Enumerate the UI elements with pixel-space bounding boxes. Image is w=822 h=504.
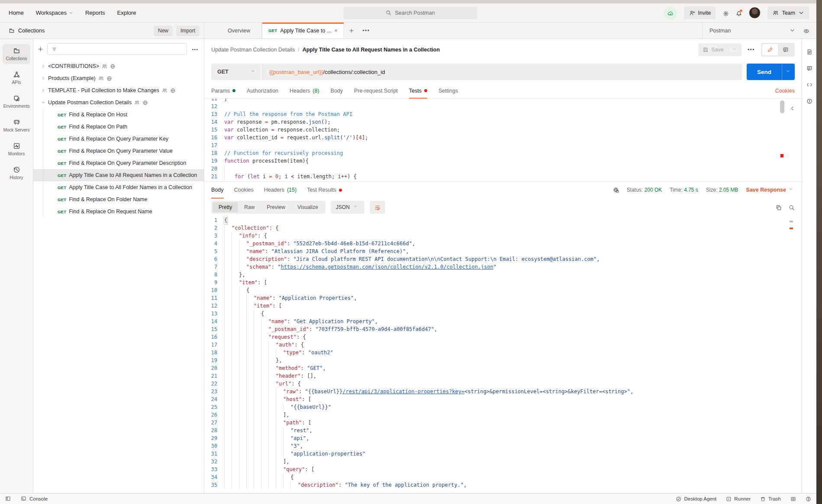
save-button[interactable]: Save (698, 47, 728, 53)
view-preview[interactable]: Preview (261, 202, 291, 212)
tab-options-button[interactable]: ••• (359, 22, 374, 39)
statusbar-runner[interactable]: Runner (726, 496, 751, 502)
json-link[interactable]: https://schema.getpostman.com/json/colle… (280, 263, 493, 271)
collection-folder[interactable]: <CONTRIBUTIONS> (33, 60, 204, 72)
json-link[interactable]: /rest/api/3/application-properties?key= (342, 388, 464, 395)
collections-sidebar: ••• <CONTRIBUTIONS>Products (Example)TEM… (33, 39, 204, 493)
response-language-select[interactable]: JSON (331, 201, 364, 214)
request-list-item[interactable]: GETFind & Replace On Folder Name (33, 193, 204, 205)
comments-button[interactable] (778, 44, 793, 55)
globe-icon (170, 88, 176, 93)
comments-panel-icon[interactable] (806, 65, 812, 71)
rail-item-history[interactable]: History (3, 163, 30, 183)
statusbar-trash[interactable]: Trash (760, 496, 781, 502)
breadcrumb-request-name[interactable]: Apply Title Case to All Request Names in… (303, 47, 440, 53)
tests-script-editor[interactable]: 11}1213// Pull the response from the Pos… (204, 99, 802, 182)
url-input[interactable]: {{postman_base_url}}/collections/:collec… (263, 69, 391, 75)
request-list-item[interactable]: GETApply Title Case to All Request Names… (33, 169, 204, 181)
response-tab-test-results[interactable]: Test Results (307, 182, 342, 198)
editor-scrollbar[interactable] (780, 100, 784, 113)
method-select[interactable]: GET (211, 64, 263, 80)
console-button[interactable]: Console (21, 496, 48, 502)
settings-gear-icon[interactable] (723, 10, 729, 16)
send-button[interactable]: Send (747, 64, 795, 80)
rail-item-monitors[interactable]: Monitors (3, 139, 30, 159)
add-collection-button[interactable] (38, 46, 44, 52)
request-tab-authorization[interactable]: Authorization (247, 83, 278, 98)
request-more-button[interactable]: ••• (748, 47, 755, 53)
collection-folder[interactable]: Update Postman Collection Details (33, 96, 204, 109)
request-tab-params[interactable]: Params (211, 83, 235, 98)
send-dropdown-button[interactable] (782, 64, 795, 80)
code-line: 15"_postman_id": "703ff759-bffb-4570-a9d… (204, 325, 802, 333)
request-tab-headers[interactable]: Headers(8) (290, 83, 319, 98)
request-list-item[interactable]: GETFind & Replace On Request Name (33, 205, 204, 218)
view-pretty[interactable]: Pretty (213, 202, 238, 212)
statusbar-two-pane[interactable] (790, 496, 796, 502)
request-tab-settings[interactable]: Settings (438, 83, 458, 98)
environment-quick-look-eye-icon[interactable] (803, 28, 809, 34)
toggle-sidebar-icon[interactable] (5, 496, 11, 502)
environment-selector[interactable]: Postman (702, 22, 816, 39)
request-pane: Update Postman Collection Details / Appl… (204, 39, 802, 493)
invite-button[interactable]: Invite (684, 6, 716, 19)
view-raw[interactable]: Raw (238, 202, 261, 212)
statusbar-help[interactable] (806, 496, 811, 502)
request-list-item[interactable]: GETFind & Replace On Query Parameter Val… (33, 145, 204, 157)
request-list-item[interactable]: GETApply Title Case to All Folder Names … (33, 181, 204, 193)
rail-item-mock-servers[interactable]: Mock Servers (3, 116, 30, 135)
response-tab-cookies[interactable]: Cookies (234, 182, 254, 198)
collection-folder[interactable]: Products (Example) (33, 72, 204, 84)
documentation-icon[interactable] (806, 48, 812, 55)
status-value: 200 OK (645, 187, 662, 193)
wrap-lines-button[interactable] (370, 201, 385, 214)
new-tab-button[interactable] (344, 22, 359, 39)
nav-item-workspaces[interactable]: Workspaces (36, 10, 73, 16)
rail-item-environments[interactable]: Environments (3, 92, 30, 112)
edit-mode-pencil-button[interactable] (762, 44, 778, 55)
import-button[interactable]: Import (176, 26, 200, 36)
people-icon (162, 88, 168, 93)
collection-folder[interactable]: TEMPLATE - Pull Collection to Make Chang… (33, 84, 204, 96)
request-tab-overview[interactable]: Overview (216, 22, 262, 39)
response-body-viewer[interactable]: 1{2"collection": {3"info": {4"_postman_i… (204, 216, 802, 493)
close-tab-icon[interactable]: × (334, 27, 338, 34)
rail-item-apis[interactable]: APIs (3, 68, 30, 88)
response-tab-headers[interactable]: Headers(15) (264, 182, 297, 198)
chevron-down-icon (251, 69, 257, 75)
request-tab-tests[interactable]: Tests (409, 83, 427, 98)
chevron-down-icon[interactable] (790, 28, 796, 34)
nav-item-explore[interactable]: Explore (117, 10, 136, 16)
info-icon[interactable] (806, 98, 812, 104)
copy-icon[interactable] (776, 204, 782, 210)
request-tab-body[interactable]: Body (331, 83, 343, 98)
request-tab-pre-request-script[interactable]: Pre-request Script (354, 83, 398, 98)
save-response-button[interactable]: Save Response (746, 187, 795, 193)
request-list-item[interactable]: GETFind & Replace On Query Parameter Des… (33, 157, 204, 169)
network-globe-icon[interactable] (613, 187, 619, 193)
save-dropdown-button[interactable] (728, 47, 741, 53)
code-snippet-icon[interactable] (806, 81, 812, 87)
rail-item-collections[interactable]: Collections (3, 44, 30, 64)
collapse-pane-icon[interactable] (790, 106, 796, 112)
cookies-link[interactable]: Cookies (775, 88, 795, 94)
statusbar-desktop-agent[interactable]: Desktop Agent (676, 496, 716, 502)
request-list-item[interactable]: GETFind & Replace On Query Parameter Key (33, 133, 204, 145)
nav-item-reports[interactable]: Reports (85, 10, 105, 16)
request-list-item[interactable]: GETFind & Replace On Path (33, 121, 204, 133)
new-button[interactable]: New (154, 26, 173, 36)
notifications-bell-icon[interactable] (736, 10, 742, 16)
view-visualize[interactable]: Visualize (291, 202, 324, 212)
team-button[interactable]: Team (767, 6, 809, 19)
global-search[interactable]: Search Postman (343, 7, 477, 19)
breadcrumb-collection[interactable]: Update Postman Collection Details (211, 47, 295, 53)
request-list-item[interactable]: GETFind & Replace On Host (33, 109, 204, 121)
search-response-icon[interactable] (789, 204, 795, 210)
response-tab-body[interactable]: Body (211, 182, 224, 198)
sidebar-filter-input[interactable] (47, 43, 187, 55)
sync-cloud-icon[interactable] (664, 6, 677, 19)
request-tab-apply-title-case-to-[interactable]: GETApply Title Case to ...× (262, 22, 344, 39)
avatar[interactable] (749, 7, 761, 19)
nav-item-home[interactable]: Home (9, 10, 24, 16)
sidebar-more-button[interactable]: ••• (190, 47, 200, 52)
